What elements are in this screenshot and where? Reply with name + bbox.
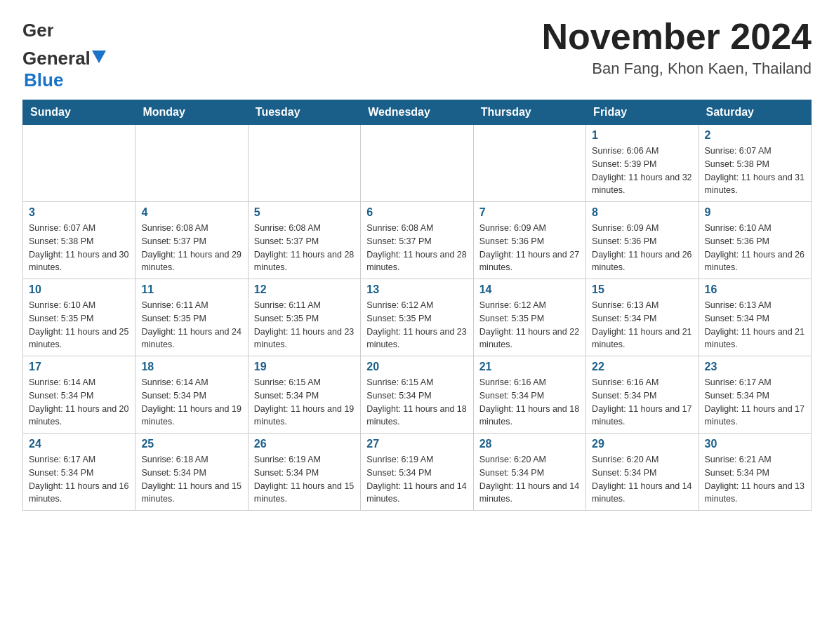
- day-info: Sunrise: 6:12 AMSunset: 5:35 PMDaylight:…: [366, 299, 467, 351]
- day-number: 5: [254, 206, 355, 219]
- logo-general-text: General: [22, 48, 91, 69]
- day-info: Sunrise: 6:11 AMSunset: 5:35 PMDaylight:…: [254, 299, 355, 351]
- logo-blue-text: Blue: [24, 69, 63, 91]
- calendar-cell: 3Sunrise: 6:07 AMSunset: 5:38 PMDaylight…: [23, 202, 135, 279]
- day-number: 23: [705, 361, 805, 373]
- page-header: General General Blue November 2024 Ban F…: [22, 17, 812, 91]
- calendar-cell: 4Sunrise: 6:08 AMSunset: 5:37 PMDaylight…: [135, 202, 248, 279]
- day-number: 4: [141, 206, 241, 219]
- week-row-2: 3Sunrise: 6:07 AMSunset: 5:38 PMDaylight…: [23, 202, 812, 279]
- day-info: Sunrise: 6:19 AMSunset: 5:34 PMDaylight:…: [254, 453, 355, 506]
- location-subtitle: Ban Fang, Khon Kaen, Thailand: [542, 60, 812, 78]
- calendar-cell: 24Sunrise: 6:17 AMSunset: 5:34 PMDayligh…: [23, 434, 135, 511]
- day-info: Sunrise: 6:21 AMSunset: 5:34 PMDaylight:…: [705, 453, 805, 506]
- week-row-3: 10Sunrise: 6:10 AMSunset: 5:35 PMDayligh…: [23, 279, 812, 356]
- day-info: Sunrise: 6:18 AMSunset: 5:34 PMDaylight:…: [141, 453, 241, 506]
- day-number: 16: [705, 283, 805, 296]
- day-info: Sunrise: 6:13 AMSunset: 5:34 PMDaylight:…: [592, 299, 692, 351]
- day-info: Sunrise: 6:14 AMSunset: 5:34 PMDaylight:…: [141, 376, 241, 429]
- day-info: Sunrise: 6:07 AMSunset: 5:38 PMDaylight:…: [29, 222, 129, 274]
- day-info: Sunrise: 6:16 AMSunset: 5:34 PMDaylight:…: [592, 376, 692, 429]
- svg-marker-1: [92, 51, 106, 63]
- calendar-cell: 14Sunrise: 6:12 AMSunset: 5:35 PMDayligh…: [473, 279, 585, 356]
- calendar-cell: 6Sunrise: 6:08 AMSunset: 5:37 PMDaylight…: [361, 202, 473, 279]
- day-number: 19: [254, 361, 355, 373]
- day-info: Sunrise: 6:10 AMSunset: 5:35 PMDaylight:…: [29, 299, 129, 351]
- calendar-cell: 11Sunrise: 6:11 AMSunset: 5:35 PMDayligh…: [135, 279, 248, 356]
- day-number: 13: [366, 283, 467, 296]
- calendar-cell: 26Sunrise: 6:19 AMSunset: 5:34 PMDayligh…: [248, 434, 360, 511]
- day-header-saturday: Saturday: [699, 100, 811, 125]
- day-header-wednesday: Wednesday: [361, 100, 473, 125]
- day-info: Sunrise: 6:17 AMSunset: 5:34 PMDaylight:…: [705, 376, 805, 429]
- day-number: 28: [479, 438, 580, 450]
- day-number: 29: [592, 438, 692, 450]
- calendar-table: SundayMondayTuesdayWednesdayThursdayFrid…: [22, 100, 812, 511]
- day-number: 6: [366, 206, 467, 219]
- calendar-cell: 27Sunrise: 6:19 AMSunset: 5:34 PMDayligh…: [361, 434, 473, 511]
- calendar-cell: 20Sunrise: 6:15 AMSunset: 5:34 PMDayligh…: [361, 356, 473, 434]
- week-row-1: 1Sunrise: 6:06 AMSunset: 5:39 PMDaylight…: [23, 125, 812, 202]
- calendar-cell: 18Sunrise: 6:14 AMSunset: 5:34 PMDayligh…: [135, 356, 248, 434]
- day-number: 21: [479, 361, 580, 373]
- calendar-cell: 25Sunrise: 6:18 AMSunset: 5:34 PMDayligh…: [135, 434, 248, 511]
- day-number: 1: [592, 129, 692, 142]
- day-info: Sunrise: 6:09 AMSunset: 5:36 PMDaylight:…: [592, 222, 692, 274]
- calendar-cell: 16Sunrise: 6:13 AMSunset: 5:34 PMDayligh…: [699, 279, 811, 356]
- day-header-tuesday: Tuesday: [248, 100, 360, 125]
- day-info: Sunrise: 6:14 AMSunset: 5:34 PMDaylight:…: [29, 376, 129, 429]
- day-info: Sunrise: 6:19 AMSunset: 5:34 PMDaylight:…: [366, 453, 467, 506]
- day-number: 17: [29, 361, 129, 373]
- day-number: 20: [366, 361, 467, 373]
- svg-text:General: General: [22, 20, 53, 41]
- day-number: 27: [366, 438, 467, 450]
- day-number: 15: [592, 283, 692, 296]
- day-info: Sunrise: 6:20 AMSunset: 5:34 PMDaylight:…: [592, 453, 692, 506]
- calendar-cell: 1Sunrise: 6:06 AMSunset: 5:39 PMDaylight…: [586, 125, 699, 202]
- calendar-cell: 23Sunrise: 6:17 AMSunset: 5:34 PMDayligh…: [699, 356, 811, 434]
- day-number: 2: [705, 129, 805, 142]
- calendar-cell: [135, 125, 248, 202]
- calendar-cell: [23, 125, 135, 202]
- day-number: 11: [141, 283, 241, 296]
- day-info: Sunrise: 6:08 AMSunset: 5:37 PMDaylight:…: [141, 222, 241, 274]
- day-number: 9: [705, 206, 805, 219]
- day-info: Sunrise: 6:13 AMSunset: 5:34 PMDaylight:…: [705, 299, 805, 351]
- day-info: Sunrise: 6:07 AMSunset: 5:38 PMDaylight:…: [705, 145, 805, 197]
- day-info: Sunrise: 6:08 AMSunset: 5:37 PMDaylight:…: [254, 222, 355, 274]
- calendar-cell: 22Sunrise: 6:16 AMSunset: 5:34 PMDayligh…: [586, 356, 699, 434]
- calendar-cell: 19Sunrise: 6:15 AMSunset: 5:34 PMDayligh…: [248, 356, 360, 434]
- day-header-friday: Friday: [586, 100, 699, 125]
- calendar-cell: 10Sunrise: 6:10 AMSunset: 5:35 PMDayligh…: [23, 279, 135, 356]
- day-info: Sunrise: 6:11 AMSunset: 5:35 PMDaylight:…: [141, 299, 241, 351]
- day-number: 24: [29, 438, 129, 450]
- calendar-cell: 28Sunrise: 6:20 AMSunset: 5:34 PMDayligh…: [473, 434, 585, 511]
- calendar-cell: 17Sunrise: 6:14 AMSunset: 5:34 PMDayligh…: [23, 356, 135, 434]
- day-info: Sunrise: 6:15 AMSunset: 5:34 PMDaylight:…: [366, 376, 467, 429]
- calendar-cell: 30Sunrise: 6:21 AMSunset: 5:34 PMDayligh…: [699, 434, 811, 511]
- page-title: November 2024: [542, 17, 812, 57]
- logo: General General Blue: [22, 17, 107, 91]
- day-info: Sunrise: 6:08 AMSunset: 5:37 PMDaylight:…: [366, 222, 467, 274]
- calendar-cell: 9Sunrise: 6:10 AMSunset: 5:36 PMDaylight…: [699, 202, 811, 279]
- day-info: Sunrise: 6:09 AMSunset: 5:36 PMDaylight:…: [479, 222, 580, 274]
- calendar-body: 1Sunrise: 6:06 AMSunset: 5:39 PMDaylight…: [23, 125, 812, 511]
- day-header-sunday: Sunday: [23, 100, 135, 125]
- day-info: Sunrise: 6:15 AMSunset: 5:34 PMDaylight:…: [254, 376, 355, 429]
- calendar-cell: 21Sunrise: 6:16 AMSunset: 5:34 PMDayligh…: [473, 356, 585, 434]
- day-number: 12: [254, 283, 355, 296]
- week-row-5: 24Sunrise: 6:17 AMSunset: 5:34 PMDayligh…: [23, 434, 812, 511]
- calendar-cell: 2Sunrise: 6:07 AMSunset: 5:38 PMDaylight…: [699, 125, 811, 202]
- calendar-cell: 8Sunrise: 6:09 AMSunset: 5:36 PMDaylight…: [586, 202, 699, 279]
- day-info: Sunrise: 6:17 AMSunset: 5:34 PMDaylight:…: [29, 453, 129, 506]
- calendar-cell: [361, 125, 473, 202]
- day-number: 10: [29, 283, 129, 296]
- day-info: Sunrise: 6:12 AMSunset: 5:35 PMDaylight:…: [479, 299, 580, 351]
- day-number: 26: [254, 438, 355, 450]
- day-header-thursday: Thursday: [473, 100, 585, 125]
- day-header-monday: Monday: [135, 100, 248, 125]
- calendar-cell: 13Sunrise: 6:12 AMSunset: 5:35 PMDayligh…: [361, 279, 473, 356]
- logo-arrow-icon: [92, 51, 106, 65]
- logo-icon: General: [22, 17, 53, 48]
- day-number: 30: [705, 438, 805, 450]
